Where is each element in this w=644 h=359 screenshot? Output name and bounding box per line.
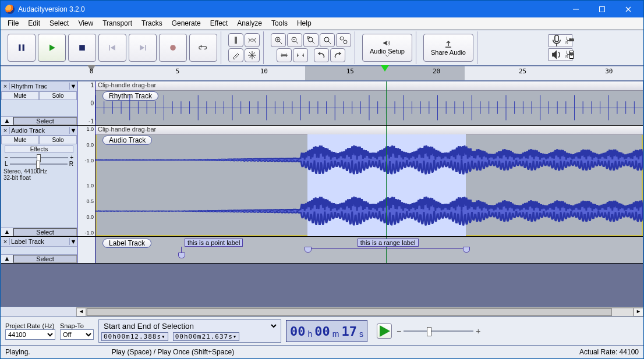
timeline-ruler[interactable]: 051015202530 [1,66,643,81]
silence-button[interactable] [293,48,308,62]
menu-edit[interactable]: Edit [23,18,45,29]
track-control-panel: × Rhythm Trac ▼MuteSolo▲Select [1,81,77,125]
clip-handle[interactable]: Clip-handle drag-bar [95,126,643,135]
svg-line-22 [296,41,298,44]
fit-project-button[interactable] [320,33,335,47]
solo-button[interactable]: Solo [39,136,77,144]
play-cursor-marker[interactable] [381,65,389,72]
effects-button[interactable]: Effects [5,145,73,153]
multi-tool[interactable] [245,48,260,62]
vertical-scale[interactable]: 10-1 [77,81,95,125]
track-name[interactable]: Label Track [10,238,69,245]
redo-button[interactable] [330,48,345,62]
mute-button[interactable]: Mute [1,91,39,100]
fit-selection-button[interactable] [303,33,319,47]
svg-rect-7 [79,45,85,51]
record-button[interactable] [159,34,187,62]
track-name[interactable]: Rhythm Trac [10,83,69,90]
menu-select[interactable]: Select [45,18,73,29]
selection-tool[interactable] [228,33,243,47]
menu-view[interactable]: View [73,18,98,29]
clip-area[interactable]: Clip-handle drag-barAudio Track [95,126,643,236]
menu-tools[interactable]: Tools [267,18,292,29]
collapse-button[interactable]: ▲ [1,228,13,236]
vertical-scale[interactable] [77,237,95,263]
label-point-marker[interactable] [178,247,185,258]
mute-button[interactable]: Mute [1,136,39,144]
track-control-panel: × Label Track ▼▲Select [1,237,77,263]
menu-help[interactable]: Help [292,18,316,29]
label-range-bar[interactable] [307,248,466,249]
selection-start-time[interactable]: 00h00m12.388s▾ [101,332,168,341]
share-audio-button[interactable]: Share Audio [423,34,473,62]
horizontal-scrollbar[interactable]: ◄ ► [76,307,643,317]
label-range-handle[interactable] [305,247,312,253]
track-name[interactable]: Audio Track [10,127,69,134]
label-track-area[interactable]: Label Trackthis is a point labelthis is … [95,237,643,263]
maximize-button[interactable] [589,1,615,17]
scroll-right-button[interactable]: ► [634,308,643,317]
play-at-speed-button[interactable] [377,324,392,339]
project-rate-label: Project Rate (Hz) [5,322,55,329]
svg-rect-11 [145,45,146,51]
label-range-handle[interactable] [463,247,470,253]
track-select-button[interactable]: Select [13,255,77,263]
menu-transport[interactable]: Transport [98,18,137,29]
selection-end-time[interactable]: 00h00m21.637s▾ [173,332,240,341]
play-button[interactable] [38,34,66,62]
selection-mode-select[interactable]: Start and End of Selection [101,321,278,331]
label-text[interactable]: this is a range label [358,239,419,247]
record-meter[interactable]: LR -54-48-42-36-30-24-18-12-60 [549,34,572,47]
pause-button[interactable] [8,34,36,62]
menu-effect[interactable]: Effect [206,18,232,29]
clip-handle[interactable]: Clip-handle drag-bar [95,81,643,91]
svg-line-25 [312,41,314,44]
zoom-out-button[interactable] [287,33,302,47]
skip-start-button[interactable] [98,34,126,62]
label-text[interactable]: this is a point label [185,239,243,247]
skip-end-button[interactable] [129,34,157,62]
menu-tracks[interactable]: Tracks [137,18,167,29]
svg-marker-111 [95,145,643,175]
audio-setup-button[interactable]: Audio Setup [362,34,412,62]
playback-speed-slider[interactable] [404,330,473,332]
track-close-button[interactable]: × [1,238,10,245]
undo-button[interactable] [314,48,329,62]
scrollbar-thumb[interactable] [87,308,612,316]
menu-file[interactable]: File [3,18,23,29]
track-menu-button[interactable]: ▼ [69,127,77,134]
track-menu-button[interactable]: ▼ [69,83,77,90]
track-close-button[interactable]: × [1,83,10,90]
time-display[interactable]: 00h 00m 17s [286,320,367,342]
zoom-in-button[interactable] [271,33,286,47]
minimize-button[interactable] [562,1,589,17]
menu-analyze[interactable]: Analyze [232,18,267,29]
snap-to-select[interactable]: Off [60,329,94,340]
svg-point-30 [344,40,347,44]
gain-slider[interactable] [10,157,68,158]
pan-slider[interactable] [10,163,68,165]
track-audio: × Audio Track ▼MuteSoloEffects−+LRStereo… [1,126,643,237]
solo-button[interactable]: Solo [39,91,77,100]
stop-button[interactable] [68,34,96,62]
clip-area[interactable]: Clip-handle drag-barRhythm Track [95,81,643,125]
track-close-button[interactable]: × [1,127,10,134]
track-menu-button[interactable]: ▼ [69,238,77,245]
draw-tool[interactable] [228,48,243,62]
selection-toolbar: Project Rate (Hz) 44100 Snap-To Off Star… [1,317,643,345]
vertical-scale[interactable]: 1.00.0-1.01.00.50.0-1.0 [77,126,95,236]
project-rate-select[interactable]: 44100 [5,329,55,340]
track-select-button[interactable]: Select [13,228,77,236]
scroll-left-button[interactable]: ◄ [76,308,86,317]
collapse-button[interactable]: ▲ [1,117,13,125]
close-button[interactable] [615,1,641,17]
loop-button[interactable] [189,34,217,62]
track-select-button[interactable]: Select [13,117,77,125]
trim-button[interactable] [277,48,292,62]
collapse-button[interactable]: ▲ [1,255,13,263]
zoom-toggle-button[interactable] [336,33,351,47]
envelope-tool[interactable] [245,33,260,47]
playback-meter[interactable]: LR L-54-48-42-36-30-24-18-12-60 [549,48,572,61]
svg-marker-46 [552,50,557,59]
menu-generate[interactable]: Generate [167,18,206,29]
